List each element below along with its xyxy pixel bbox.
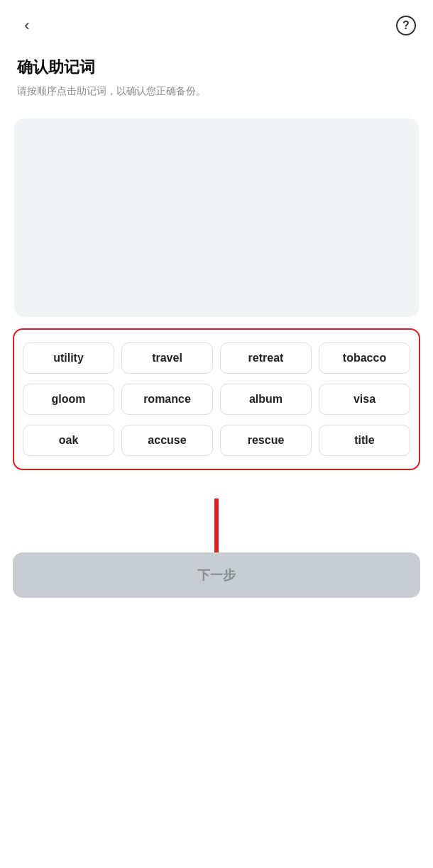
back-button[interactable]: ‹: [14, 13, 40, 38]
word-chip-visa[interactable]: visa: [319, 384, 410, 415]
page-header: 确认助记词 请按顺序点击助记词，以确认您正确备份。: [0, 45, 433, 106]
word-chip-romance[interactable]: romance: [121, 384, 213, 415]
word-chip-retreat[interactable]: retreat: [220, 343, 312, 374]
word-chip-title[interactable]: title: [319, 425, 410, 456]
back-icon: ‹: [24, 16, 29, 35]
word-grid: utility travel retreat tobacco gloom rom…: [23, 343, 410, 456]
word-chip-rescue[interactable]: rescue: [220, 425, 312, 456]
next-button[interactable]: 下一步: [13, 552, 420, 598]
word-chip-travel[interactable]: travel: [121, 343, 213, 374]
word-chip-gloom[interactable]: gloom: [23, 384, 114, 415]
bottom-section: 下一步: [0, 484, 433, 598]
word-chip-tobacco[interactable]: tobacco: [319, 343, 410, 374]
top-bar: ‹ ?: [0, 0, 433, 45]
mnemonic-display-area: [14, 118, 419, 317]
help-icon: ?: [396, 16, 416, 35]
word-chip-utility[interactable]: utility: [23, 343, 114, 374]
word-selection-area: utility travel retreat tobacco gloom rom…: [13, 328, 420, 470]
page-subtitle: 请按顺序点击助记词，以确认您正确备份。: [17, 84, 416, 99]
page-title: 确认助记词: [17, 57, 416, 78]
word-chip-album[interactable]: album: [220, 384, 312, 415]
word-chip-oak[interactable]: oak: [23, 425, 114, 456]
word-chip-accuse[interactable]: accuse: [121, 425, 213, 456]
help-button[interactable]: ?: [393, 13, 419, 38]
